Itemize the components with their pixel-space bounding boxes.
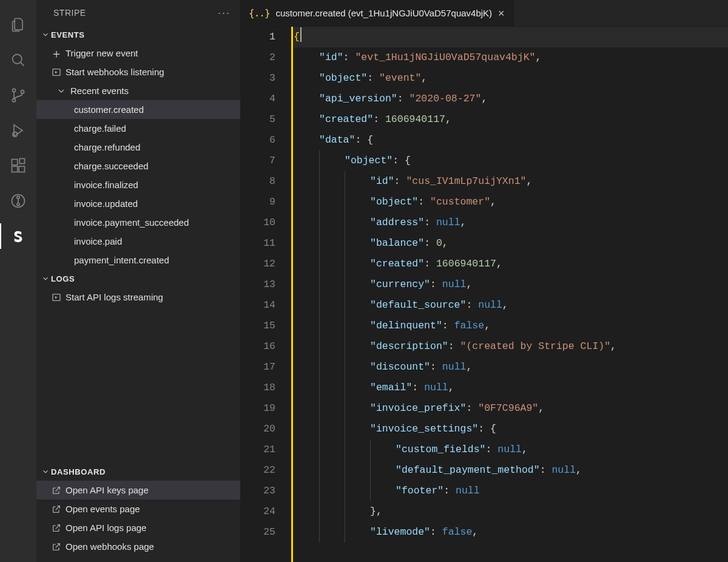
editor: {..} customer.created (evt_1Hu1jNGJiU0Va… [240, 0, 728, 562]
extensions-icon [10, 157, 27, 174]
recent-event-label: invoice.paid [74, 236, 122, 246]
app-root: STRIPE ··· EVENTS ＋ Trigger new event St… [0, 0, 728, 562]
code-content[interactable]: {"id": "evt_1Hu1jNGJiU0VaD57quav4bjK","o… [291, 27, 728, 562]
start-webhooks-label: Start webhooks listening [66, 67, 164, 77]
section-events-body: ＋ Trigger new event Start webhooks liste… [36, 44, 240, 269]
recent-event-label: charge.failed [74, 123, 126, 134]
sidebar-more-button[interactable]: ··· [218, 7, 231, 19]
activity-git-graph[interactable] [0, 183, 36, 218]
recent-events-header[interactable]: Recent events [36, 81, 240, 100]
activity-explorer[interactable] [0, 7, 36, 42]
recent-event-label: charge.refunded [74, 142, 140, 152]
section-logs-label: LOGS [51, 274, 75, 283]
section-logs-header[interactable]: LOGS [36, 269, 240, 288]
tab-active[interactable]: {..} customer.created (evt_1Hu1jNGJiU0Va… [240, 0, 514, 26]
activity-run-debug[interactable] [0, 113, 36, 148]
git-graph-icon [10, 192, 27, 209]
section-events-label: EVENTS [51, 30, 85, 39]
svg-point-10 [17, 196, 19, 198]
recent-event-item[interactable]: invoice.paid [36, 232, 240, 251]
dashboard-item[interactable]: Open API logs page [36, 518, 240, 537]
line-number-gutter: 1234567891011121314151617181920212223242… [240, 27, 291, 562]
activity-source-control[interactable] [0, 78, 36, 113]
dashboard-item-label: Open API logs page [66, 523, 146, 533]
dashboard-item[interactable]: Open API keys page [36, 481, 240, 499]
recent-event-item[interactable]: payment_intent.created [36, 251, 240, 269]
section-logs-body: Start API logs streaming [36, 288, 240, 306]
recent-event-label: invoice.finalized [74, 180, 138, 190]
activity-stripe[interactable] [0, 218, 36, 254]
section-events-header[interactable]: EVENTS [36, 25, 240, 44]
recent-event-label: customer.created [74, 104, 144, 115]
chevron-down-icon [55, 86, 68, 96]
external-link-icon [50, 523, 63, 533]
dashboard-item[interactable]: Open events page [36, 499, 240, 518]
recent-event-item[interactable]: charge.succeeded [36, 157, 240, 175]
chevron-down-icon [40, 467, 51, 476]
section-dashboard-label: DASHBOARD [51, 467, 106, 476]
recent-event-item[interactable]: invoice.finalized [36, 175, 240, 194]
sidebar-title: STRIPE [53, 8, 86, 18]
svg-point-3 [21, 90, 24, 93]
dashboard-item-label: Open events page [66, 504, 140, 514]
stripe-icon [10, 228, 27, 245]
recent-event-label: charge.succeeded [74, 161, 149, 171]
svg-point-2 [12, 99, 15, 102]
chevron-down-icon [40, 30, 51, 39]
chevron-down-icon [40, 274, 51, 283]
svg-rect-8 [19, 158, 24, 163]
tab-bar: {..} customer.created (evt_1Hu1jNGJiU0Va… [240, 0, 728, 27]
recent-event-item[interactable]: customer.created [36, 100, 240, 119]
plus-icon: ＋ [50, 47, 63, 59]
recent-event-label: invoice.payment_succeeded [74, 217, 189, 228]
activity-extensions[interactable] [0, 148, 36, 183]
recent-event-label: invoice.updated [74, 198, 138, 209]
start-api-logs-label: Start API logs streaming [66, 292, 163, 302]
trigger-new-event[interactable]: ＋ Trigger new event [36, 44, 240, 63]
close-icon[interactable]: × [498, 8, 505, 19]
start-api-logs-streaming[interactable]: Start API logs streaming [36, 288, 240, 306]
dashboard-item-label: Open API keys page [66, 485, 149, 495]
section-dashboard-body: Open API keys pageOpen events pageOpen A… [36, 481, 240, 562]
terminal-run-icon [50, 293, 63, 302]
external-link-icon [50, 542, 63, 552]
sidebar: STRIPE ··· EVENTS ＋ Trigger new event St… [36, 0, 240, 562]
recent-event-item[interactable]: invoice.updated [36, 194, 240, 213]
recent-event-item[interactable]: invoice.payment_succeeded [36, 213, 240, 232]
svg-rect-5 [12, 160, 18, 165]
code-area[interactable]: 1234567891011121314151617181920212223242… [240, 27, 728, 562]
recent-event-label: payment_intent.created [74, 255, 169, 265]
svg-point-1 [12, 89, 15, 92]
svg-rect-6 [12, 166, 18, 172]
json-file-icon: {..} [249, 7, 270, 19]
svg-rect-7 [19, 166, 24, 172]
recent-event-item[interactable]: charge.refunded [36, 138, 240, 157]
activity-bar [0, 0, 36, 562]
svg-point-0 [13, 55, 22, 64]
section-dashboard-header[interactable]: DASHBOARD [36, 462, 240, 481]
tab-title: customer.created (evt_1Hu1jNGJiU0VaD57qu… [276, 8, 493, 18]
terminal-run-icon [50, 67, 63, 77]
external-link-icon [50, 486, 63, 495]
external-link-icon [50, 504, 63, 514]
sidebar-title-row: STRIPE ··· [36, 0, 240, 25]
dashboard-item-label: Open webhooks page [66, 541, 154, 552]
recent-events-list: customer.createdcharge.failedcharge.refu… [36, 100, 240, 269]
start-webhooks-listening[interactable]: Start webhooks listening [36, 63, 240, 81]
search-icon [10, 52, 27, 69]
dashboard-item[interactable]: Open webhooks page [36, 537, 240, 556]
recent-events-label: Recent events [70, 86, 129, 96]
recent-event-item[interactable]: charge.failed [36, 119, 240, 138]
svg-point-11 [17, 203, 19, 206]
activity-search[interactable] [0, 42, 36, 78]
debug-icon [10, 122, 27, 139]
files-icon [10, 16, 27, 33]
trigger-new-event-label: Trigger new event [66, 48, 138, 58]
branch-icon [10, 87, 27, 104]
